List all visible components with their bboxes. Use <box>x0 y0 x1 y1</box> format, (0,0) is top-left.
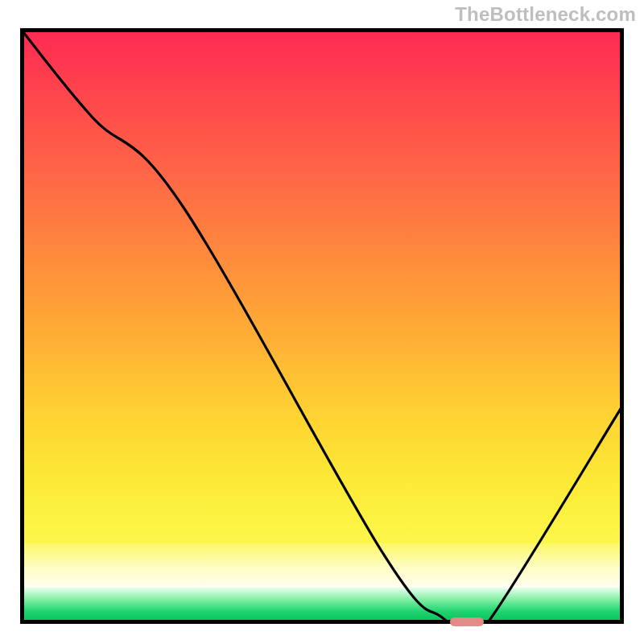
watermark-text: TheBottleneck.com <box>455 3 636 26</box>
bottleneck-curve <box>20 28 624 624</box>
optimal-marker <box>450 617 483 626</box>
chart-root: TheBottleneck.com <box>0 0 644 644</box>
